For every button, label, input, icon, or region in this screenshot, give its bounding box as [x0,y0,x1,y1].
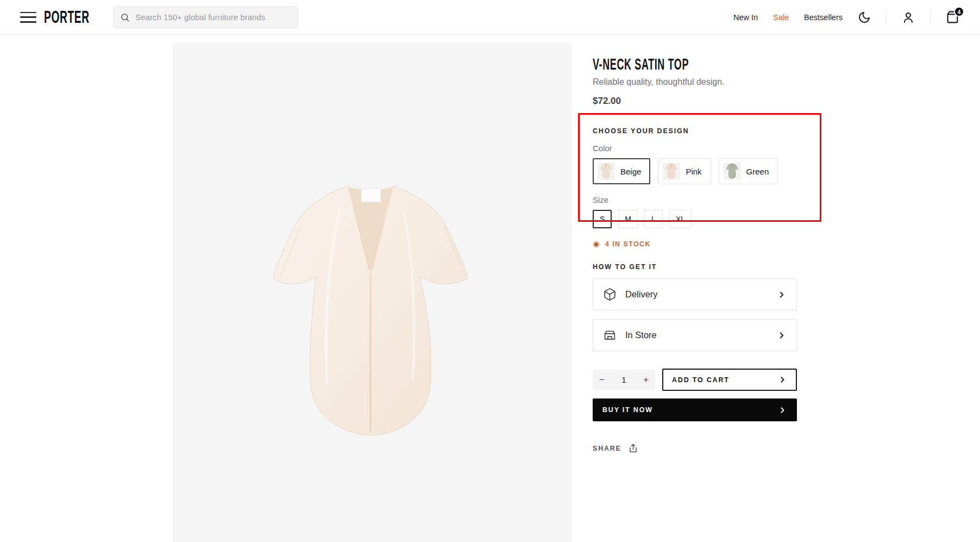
in-store-option-label: In Store [625,330,657,340]
color-option-label: Pink [686,167,701,176]
delivery-option-label: Delivery [625,289,658,300]
color-swatch-row: Beige Pink Green [593,158,797,184]
green-top-thumbnail [724,163,741,180]
purchase-action-row: − 1 + ADD TO CART [593,369,797,391]
dark-mode-toggle[interactable] [858,11,871,24]
buy-it-now-button[interactable]: BUY IT NOW [593,398,797,421]
account-button[interactable] [902,11,915,24]
delivery-option-card[interactable]: Delivery [593,278,797,310]
quantity-stepper: − 1 + [593,370,655,390]
quantity-value: 1 [621,375,626,384]
search-icon [120,13,130,22]
search-input[interactable] [135,13,291,22]
color-option-label: Green [746,167,769,176]
product-photo-satin-top [259,177,487,448]
share-icon [628,443,638,453]
product-details-panel: V-NECK SATIN TOP Reliable quality, thoug… [593,0,797,453]
nav-bestsellers[interactable]: Bestsellers [804,13,843,22]
moon-icon [858,11,871,24]
chevron-right-icon [777,331,787,340]
chevron-right-icon [777,290,787,300]
top-header: PORTER New In Sale Bestsellers 4 [0,0,980,35]
chevron-right-icon [778,375,787,384]
cart-count-badge: 4 [954,7,964,17]
quantity-increase-button[interactable]: + [643,375,649,384]
size-option-xl[interactable]: XL [669,210,692,228]
stock-dot-icon [593,241,600,248]
chevron-right-icon [778,406,787,415]
product-price: $72.00 [593,96,797,107]
search-bar[interactable] [113,6,298,28]
beige-top-thumbnail [598,163,615,180]
size-option-l[interactable]: L [644,210,663,228]
header-divider [886,10,887,24]
pink-top-thumbnail [663,163,680,180]
cart-button[interactable]: 4 [946,10,959,24]
product-image-panel [173,43,572,542]
brand-logo[interactable]: PORTER [44,7,90,27]
menu-icon[interactable] [20,12,36,23]
store-icon [603,328,617,342]
product-page: PORTER New In Sale Bestsellers 4 [0,0,980,542]
share-button[interactable]: SHARE [593,443,638,453]
stock-status-text: 4 IN STOCK [605,240,651,248]
size-field-label: Size [593,195,797,204]
design-section-heading: CHOOSE YOUR DESIGN [593,127,797,135]
add-to-cart-label: ADD TO CART [672,376,730,384]
header-divider [930,10,931,24]
buy-it-now-label: BUY IT NOW [602,406,653,414]
package-icon [603,288,617,301]
color-option-pink[interactable]: Pink [658,158,711,184]
color-option-label: Beige [620,167,641,176]
size-option-m[interactable]: M [618,210,638,228]
fulfillment-heading: HOW TO GET IT [593,263,797,271]
color-option-green[interactable]: Green [719,158,778,184]
size-option-row: S M L XL [593,210,797,228]
product-title: V-NECK SATIN TOP [593,55,689,73]
quantity-decrease-button[interactable]: − [599,375,605,384]
add-to-cart-button[interactable]: ADD TO CART [662,369,797,391]
share-label: SHARE [593,445,621,452]
color-field-label: Color [593,144,797,153]
in-store-option-card[interactable]: In Store [593,319,797,351]
stock-status: 4 IN STOCK [593,240,797,248]
user-icon [902,11,915,24]
size-option-s[interactable]: S [593,210,612,228]
color-option-beige[interactable]: Beige [593,158,650,184]
product-subtitle: Reliable quality, thoughtful design. [593,77,797,87]
